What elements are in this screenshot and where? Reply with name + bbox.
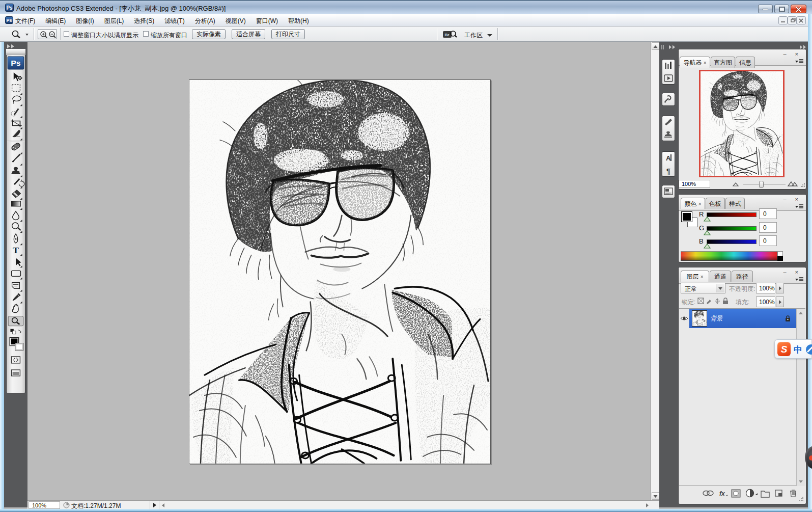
svg-text:A: A xyxy=(666,154,671,162)
svg-text:Br: Br xyxy=(445,33,450,37)
svg-text:fx: fx xyxy=(719,490,725,497)
svg-text:T: T xyxy=(13,246,19,255)
svg-text:S: S xyxy=(781,344,788,355)
svg-text:Ps: Ps xyxy=(11,59,20,67)
svg-text:¶: ¶ xyxy=(666,167,670,175)
